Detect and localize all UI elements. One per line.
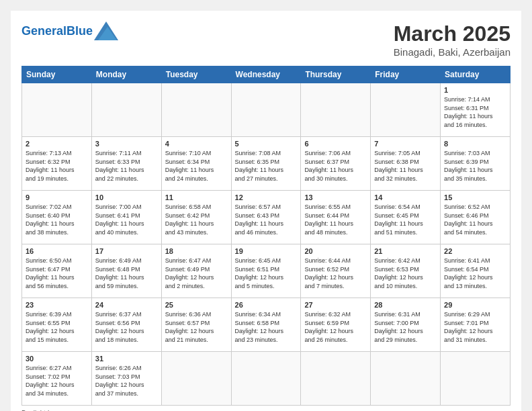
day-info: Sunrise: 6:52 AM Sunset: 6:46 PM Dayligh… — [444, 203, 506, 236]
weekday-header-sunday: Sunday — [22, 66, 92, 83]
calendar-cell: 28Sunrise: 6:31 AM Sunset: 7:00 PM Dayli… — [371, 298, 441, 352]
calendar-cell: 26Sunrise: 6:34 AM Sunset: 6:58 PM Dayli… — [231, 298, 301, 352]
day-info: Sunrise: 6:49 AM Sunset: 6:48 PM Dayligh… — [95, 257, 158, 290]
day-info: Sunrise: 7:06 AM Sunset: 6:37 PM Dayligh… — [304, 149, 367, 183]
day-number: 24 — [95, 301, 158, 309]
logo-general: General — [21, 24, 66, 38]
day-number: 12 — [235, 193, 298, 201]
day-info: Sunrise: 6:47 AM Sunset: 6:49 PM Dayligh… — [165, 257, 228, 290]
day-number: 4 — [165, 140, 228, 148]
title-block: March 2025 Binagadi, Baki, Azerbaijan — [394, 21, 511, 58]
calendar-cell: 20Sunrise: 6:44 AM Sunset: 6:52 PM Dayli… — [301, 244, 371, 298]
calendar-cell: 18Sunrise: 6:47 AM Sunset: 6:49 PM Dayli… — [161, 244, 231, 298]
week-row-6: 30Sunrise: 6:27 AM Sunset: 7:02 PM Dayli… — [22, 352, 511, 406]
day-number: 17 — [95, 247, 158, 255]
calendar-cell: 15Sunrise: 6:52 AM Sunset: 6:46 PM Dayli… — [441, 191, 511, 244]
day-info: Sunrise: 6:26 AM Sunset: 7:03 PM Dayligh… — [95, 364, 158, 398]
day-info: Sunrise: 6:27 AM Sunset: 7:02 PM Dayligh… — [26, 364, 88, 398]
day-number: 9 — [26, 193, 88, 201]
calendar-cell: 4Sunrise: 7:10 AM Sunset: 6:34 PM Daylig… — [161, 137, 231, 191]
day-number: 31 — [95, 355, 158, 363]
header: GeneralBlue March 2025 Binagadi, Baki, A… — [21, 21, 511, 58]
day-info: Sunrise: 6:55 AM Sunset: 6:44 PM Dayligh… — [304, 203, 367, 236]
week-row-1: 1Sunrise: 7:14 AM Sunset: 6:31 PM Daylig… — [22, 83, 511, 137]
day-info: Sunrise: 6:37 AM Sunset: 6:56 PM Dayligh… — [95, 310, 158, 344]
day-number: 30 — [26, 355, 88, 363]
day-number: 7 — [374, 140, 437, 148]
day-info: Sunrise: 7:05 AM Sunset: 6:38 PM Dayligh… — [374, 149, 437, 183]
calendar-cell — [161, 83, 231, 137]
day-info: Sunrise: 6:31 AM Sunset: 7:00 PM Dayligh… — [374, 310, 437, 344]
calendar-cell: 7Sunrise: 7:05 AM Sunset: 6:38 PM Daylig… — [371, 137, 441, 191]
day-number: 22 — [444, 247, 506, 255]
calendar-cell — [231, 352, 301, 406]
day-info: Sunrise: 6:34 AM Sunset: 6:58 PM Dayligh… — [235, 310, 298, 344]
day-number: 19 — [235, 247, 298, 255]
calendar-cell — [91, 83, 161, 137]
logo-text: GeneralBlue — [21, 24, 93, 38]
day-number: 15 — [444, 193, 506, 201]
weekday-header-row: SundayMondayTuesdayWednesdayThursdayFrid… — [22, 66, 511, 83]
calendar-cell: 12Sunrise: 6:57 AM Sunset: 6:43 PM Dayli… — [231, 191, 301, 244]
day-info: Sunrise: 6:45 AM Sunset: 6:51 PM Dayligh… — [235, 257, 298, 290]
weekday-header-tuesday: Tuesday — [161, 66, 231, 83]
day-info: Sunrise: 6:36 AM Sunset: 6:57 PM Dayligh… — [165, 310, 228, 344]
calendar-cell: 14Sunrise: 6:54 AM Sunset: 6:45 PM Dayli… — [371, 191, 441, 244]
calendar-cell: 2Sunrise: 7:13 AM Sunset: 6:32 PM Daylig… — [22, 137, 92, 191]
week-row-4: 16Sunrise: 6:50 AM Sunset: 6:47 PM Dayli… — [22, 244, 511, 298]
calendar-cell: 24Sunrise: 6:37 AM Sunset: 6:56 PM Dayli… — [91, 298, 161, 352]
calendar-cell: 31Sunrise: 6:26 AM Sunset: 7:03 PM Dayli… — [91, 352, 161, 406]
weekday-header-saturday: Saturday — [441, 66, 511, 83]
calendar-cell: 9Sunrise: 7:02 AM Sunset: 6:40 PM Daylig… — [22, 191, 92, 244]
day-info: Sunrise: 6:54 AM Sunset: 6:45 PM Dayligh… — [374, 203, 437, 236]
calendar-cell: 23Sunrise: 6:39 AM Sunset: 6:55 PM Dayli… — [22, 298, 92, 352]
calendar-cell — [301, 352, 371, 406]
day-number: 27 — [304, 301, 367, 309]
day-info: Sunrise: 6:29 AM Sunset: 7:01 PM Dayligh… — [444, 310, 506, 344]
calendar-table: SundayMondayTuesdayWednesdayThursdayFrid… — [21, 66, 511, 406]
day-info: Sunrise: 7:14 AM Sunset: 6:31 PM Dayligh… — [444, 95, 506, 129]
day-number: 3 — [95, 140, 158, 148]
weekday-header-wednesday: Wednesday — [231, 66, 301, 83]
day-number: 14 — [374, 193, 437, 201]
calendar-cell: 21Sunrise: 6:42 AM Sunset: 6:53 PM Dayli… — [371, 244, 441, 298]
day-info: Sunrise: 7:00 AM Sunset: 6:41 PM Dayligh… — [95, 203, 158, 236]
calendar-cell — [371, 83, 441, 137]
logo-icon — [94, 21, 118, 40]
day-number: 29 — [444, 301, 506, 309]
day-info: Sunrise: 6:32 AM Sunset: 6:59 PM Dayligh… — [304, 310, 367, 344]
day-info: Sunrise: 6:42 AM Sunset: 6:53 PM Dayligh… — [374, 257, 437, 290]
day-info: Sunrise: 7:13 AM Sunset: 6:32 PM Dayligh… — [26, 149, 88, 183]
calendar-cell: 10Sunrise: 7:00 AM Sunset: 6:41 PM Dayli… — [91, 191, 161, 244]
day-number: 28 — [374, 301, 437, 309]
day-number: 6 — [304, 140, 367, 148]
calendar-cell — [161, 352, 231, 406]
day-number: 11 — [165, 193, 228, 201]
calendar-cell: 25Sunrise: 6:36 AM Sunset: 6:57 PM Dayli… — [161, 298, 231, 352]
calendar-cell — [371, 352, 441, 406]
day-info: Sunrise: 6:44 AM Sunset: 6:52 PM Dayligh… — [304, 257, 367, 290]
day-info: Sunrise: 7:11 AM Sunset: 6:33 PM Dayligh… — [95, 149, 158, 183]
calendar-cell — [301, 83, 371, 137]
calendar-cell: 22Sunrise: 6:41 AM Sunset: 6:54 PM Dayli… — [441, 244, 511, 298]
calendar-cell: 29Sunrise: 6:29 AM Sunset: 7:01 PM Dayli… — [441, 298, 511, 352]
day-info: Sunrise: 7:02 AM Sunset: 6:40 PM Dayligh… — [26, 203, 88, 236]
day-number: 13 — [304, 193, 367, 201]
day-number: 16 — [26, 247, 88, 255]
calendar-cell — [22, 83, 92, 137]
day-number: 25 — [165, 301, 228, 309]
day-number: 21 — [374, 247, 437, 255]
day-number: 1 — [444, 86, 506, 94]
day-info: Sunrise: 7:08 AM Sunset: 6:35 PM Dayligh… — [235, 149, 298, 183]
day-info: Sunrise: 6:39 AM Sunset: 6:55 PM Dayligh… — [26, 310, 88, 344]
day-number: 18 — [165, 247, 228, 255]
calendar-cell: 17Sunrise: 6:49 AM Sunset: 6:48 PM Dayli… — [91, 244, 161, 298]
calendar-cell: 11Sunrise: 6:58 AM Sunset: 6:42 PM Dayli… — [161, 191, 231, 244]
calendar-cell: 3Sunrise: 7:11 AM Sunset: 6:33 PM Daylig… — [91, 137, 161, 191]
day-info: Sunrise: 6:58 AM Sunset: 6:42 PM Dayligh… — [165, 203, 228, 236]
calendar-cell: 5Sunrise: 7:08 AM Sunset: 6:35 PM Daylig… — [231, 137, 301, 191]
day-info: Sunrise: 6:50 AM Sunset: 6:47 PM Dayligh… — [26, 257, 88, 290]
weekday-header-thursday: Thursday — [301, 66, 371, 83]
calendar-cell: 16Sunrise: 6:50 AM Sunset: 6:47 PM Dayli… — [22, 244, 92, 298]
calendar-cell: 19Sunrise: 6:45 AM Sunset: 6:51 PM Dayli… — [231, 244, 301, 298]
